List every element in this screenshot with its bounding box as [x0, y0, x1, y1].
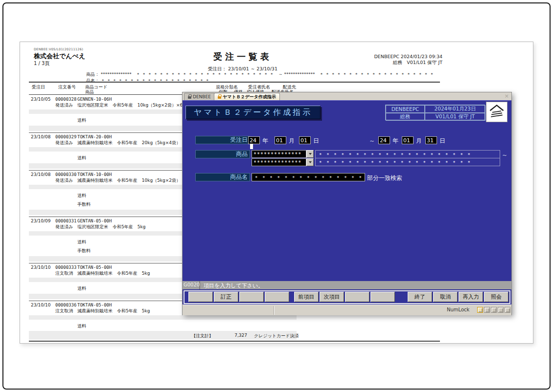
- fkey-次項目[interactable]: 次項目: [320, 292, 344, 302]
- keyboard-icon[interactable]: [477, 307, 483, 313]
- page-number: 1 / 3頁: [34, 60, 49, 67]
- row-order-no: 00000336: [55, 303, 76, 307]
- unit-year: 年: [262, 137, 268, 145]
- company-name: 株式会社でんべえ: [34, 52, 85, 61]
- status-icons: [477, 307, 510, 313]
- report-system-id: DENBEE:V05/L01(20211126): [34, 47, 83, 51]
- session-pc: DENBEEPC: [386, 105, 425, 113]
- screen-title: ヤマトＢ２データ作成指示: [185, 106, 321, 119]
- fee-label: 送料: [77, 155, 86, 161]
- total-amount: 7,327: [226, 333, 247, 338]
- row-status: 注文取消: [55, 270, 73, 277]
- message-code: G0020: [183, 281, 200, 289]
- row-product-desc: 減農薬特別栽培米 令和5年産 5kg: [77, 270, 150, 277]
- row-status: 発送済み: [55, 102, 73, 109]
- session-version: V01/L01 保守 JT: [425, 113, 485, 121]
- table-rule-top: [29, 82, 440, 83]
- mountain-logo-icon: [487, 103, 507, 121]
- window-status-bar: NumLock: [183, 305, 511, 315]
- row-product-code: TOKTAN-05-00H: [77, 303, 112, 307]
- window-tab-bar: DENBEE ヤマトＢ２データ作成指示 ×: [183, 92, 511, 100]
- row-product-code: TOKTAN-10-00H: [77, 172, 112, 177]
- row-date: 23/10/05: [31, 97, 50, 102]
- session-info-table: DENBEEPC 2024年01月23日 総務 V01/L01 保守 JT: [385, 105, 485, 120]
- row-order-no: 00000333: [55, 265, 76, 270]
- row-status: 発送済み: [55, 140, 73, 146]
- row-date: 23/10/09: [31, 218, 50, 223]
- from-month-field[interactable]: 01: [275, 136, 286, 144]
- unit-day: 日: [439, 137, 445, 145]
- chevron-down-icon[interactable]: [306, 150, 314, 158]
- close-icon[interactable]: ×: [505, 93, 509, 100]
- fkey-照会[interactable]: 照会: [484, 292, 508, 302]
- row-date: 23/10/10: [31, 265, 50, 270]
- fkey-blank[interactable]: [265, 292, 289, 302]
- yamato-b2-window: DENBEE ヤマトＢ２データ作成指示 × ヤマトＢ２データ作成指示 DENBE…: [182, 92, 512, 315]
- row-order-no: 00000328: [55, 97, 76, 102]
- product-label: 商品: [195, 150, 250, 158]
- tab-yamato-b2[interactable]: ヤマトＢ２データ作成指示: [214, 93, 280, 100]
- col-order-no: 注文番号: [58, 84, 76, 90]
- fkey-前項目[interactable]: 前項目: [294, 292, 319, 302]
- session-date: 2024年01月23日: [425, 105, 485, 113]
- fkey-再入力[interactable]: 再入力: [459, 292, 483, 302]
- fee-label: 送料: [77, 323, 86, 329]
- row-date: 23/10/08: [31, 134, 50, 139]
- fee-label: 手数料: [77, 201, 91, 208]
- product-desc-from: ＊ ＊ ＊ ＊ ＊ ＊ ＊ ＊ ＊ ＊ ＊ ＊ ＊ ＊ ＊ ＊ ＊ ＊ ＊ ＊ …: [315, 150, 500, 158]
- to-year-field[interactable]: 24: [378, 136, 390, 144]
- fee-label: 送料: [77, 117, 86, 124]
- product-code-to-field[interactable]: **************: [252, 158, 306, 166]
- fee-label: 送料: [77, 193, 86, 199]
- fee-label: 送料: [77, 239, 86, 245]
- window-icon[interactable]: [484, 307, 490, 313]
- message-bar: G0020 項目を入力して下さい。: [183, 281, 511, 289]
- fkey-blank[interactable]: [239, 292, 264, 302]
- function-key-bar: 訂正 前項目次項目 終了取消再入力照会: [184, 290, 510, 304]
- fkey-終了[interactable]: 終了: [408, 292, 432, 302]
- row-status: 発送済み: [55, 224, 73, 230]
- name-filter-line: 品名： ＊ ＊ ＊ ＊ ＊ ＊ ＊ ＊ ＊ ＊ ＊ ＊ ＊ ＊ ＊ ＊ ＊ ＊ …: [86, 78, 209, 84]
- date-range-tilde: ～: [369, 137, 375, 145]
- fkey-取消[interactable]: 取消: [433, 292, 458, 302]
- row-date: 23/10/10: [31, 303, 50, 307]
- fkey-訂正[interactable]: 訂正: [214, 292, 238, 302]
- printed-pc-line: DENBEEPC 2024/01/23 09:34: [335, 54, 442, 60]
- fee-label: 送料: [77, 285, 86, 292]
- tab-yamato-b2-label: ヤマトＢ２データ作成指示: [223, 94, 276, 100]
- chevron-down-icon[interactable]: [306, 158, 314, 166]
- row-product-code: GENTAN-05-00H: [77, 218, 112, 223]
- row-order-no: 00000329: [55, 134, 76, 139]
- product-filter-line: 商品： ************** ＊ ＊ ＊ ＊ ＊ ＊ ＊ ＊ ＊ ＊ ＊…: [86, 71, 434, 78]
- report-title: 受注一覧表: [182, 51, 304, 63]
- pen-icon[interactable]: [505, 307, 510, 313]
- phone-icon[interactable]: [491, 307, 497, 313]
- product-name-field[interactable]: ＊ ＊ ＊ ＊ ＊ ＊ ＊ ＊ ＊ ＊ ＊ ＊ ＊ ＊ ＊ ＊ ＊ ＊: [252, 173, 365, 181]
- lock-icon: [218, 96, 221, 99]
- fkey-blank[interactable]: [345, 292, 369, 302]
- unit-month: 月: [416, 137, 422, 145]
- product-range-tilde: ～: [502, 151, 507, 159]
- row-product-code: TOKTAN-05-00H: [77, 265, 112, 270]
- numlock-indicator: NumLock: [447, 307, 469, 312]
- row-product-code: GENNEN-10-06H: [77, 97, 112, 102]
- fee-line: 送料: [20, 323, 533, 328]
- table-rule-bottom: [29, 341, 440, 342]
- fkey-blank[interactable]: [188, 292, 213, 302]
- printer-icon[interactable]: [498, 307, 504, 313]
- partial-match-note: 部分一致検索: [367, 174, 402, 182]
- to-month-field[interactable]: 01: [402, 136, 414, 144]
- tab-denbee[interactable]: DENBEE: [184, 93, 215, 100]
- to-day-field[interactable]: 31: [425, 136, 437, 144]
- window-body: ヤマトＢ２データ作成指示 DENBEEPC 2024年01月23日 総務 V01…: [183, 100, 511, 305]
- company-logo: [486, 102, 507, 122]
- from-year-field[interactable]: 24: [248, 136, 260, 144]
- fee-label: 手数料: [77, 248, 91, 254]
- from-day-field[interactable]: 01: [299, 136, 311, 144]
- fkey-group-3: 終了取消再入力照会: [408, 292, 508, 302]
- report-title-block: 受注一覧表 受注日： 23/10/01 ～ 23/10/31: [182, 51, 304, 72]
- text-cursor: [250, 144, 253, 149]
- order-total-band: 【注文計】 7,327 クレジットカード決済: [29, 331, 297, 340]
- product-code-from-field[interactable]: **************: [252, 150, 306, 158]
- fkey-blank[interactable]: [370, 292, 395, 302]
